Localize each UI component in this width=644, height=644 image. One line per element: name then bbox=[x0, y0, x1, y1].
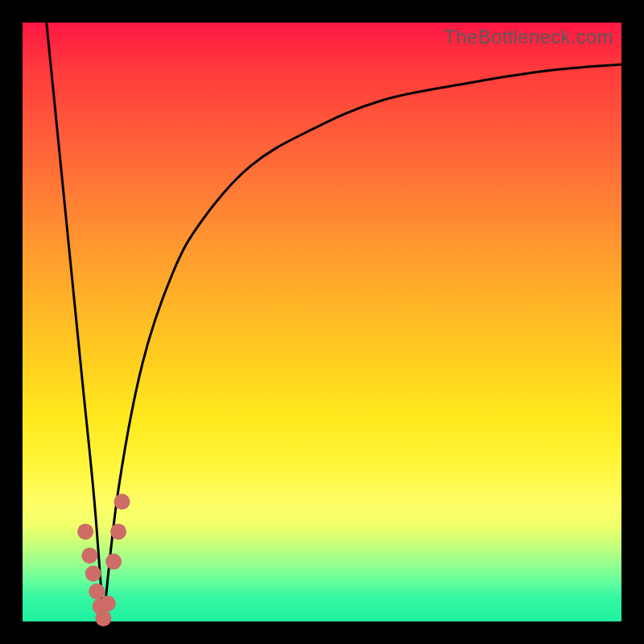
curve-group bbox=[47, 23, 621, 621]
highlight-marker bbox=[77, 523, 93, 539]
right-branch-line bbox=[103, 64, 621, 621]
highlight-marker bbox=[95, 610, 111, 626]
left-branch-line bbox=[47, 23, 104, 621]
highlight-marker bbox=[85, 565, 101, 581]
highlight-marker bbox=[114, 493, 130, 510]
chart-svg bbox=[23, 23, 621, 621]
chart-frame: TheBottleneck.com bbox=[0, 0, 644, 644]
highlight-marker bbox=[81, 547, 97, 564]
highlight-marker bbox=[100, 596, 116, 612]
highlight-marker bbox=[110, 523, 126, 539]
highlight-marker bbox=[105, 554, 122, 570]
highlight-marker bbox=[89, 584, 105, 600]
marker-group bbox=[77, 493, 130, 626]
plot-area: TheBottleneck.com bbox=[23, 23, 621, 621]
